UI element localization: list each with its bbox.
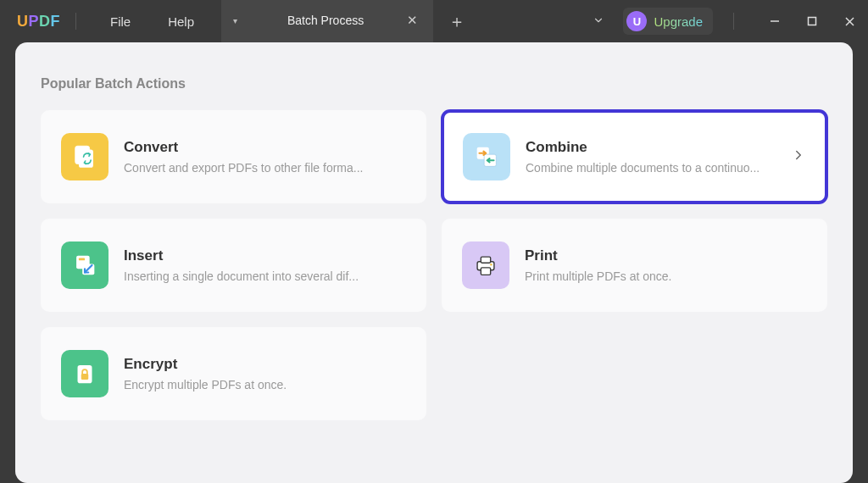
svg-rect-1 (809, 18, 816, 25)
combine-icon (463, 133, 510, 180)
divider (75, 13, 76, 30)
card-title: Combine (526, 139, 769, 156)
card-desc: Encrypt multiple PDFs at once. (124, 378, 406, 391)
content-area: Popular Batch Actions Convert Convert an… (15, 42, 853, 483)
window-controls (756, 4, 868, 38)
upgrade-label: Upgrade (654, 14, 703, 29)
card-encrypt[interactable]: Encrypt Encrypt multiple PDFs at once. (41, 327, 426, 420)
menu-help[interactable]: Help (149, 14, 213, 29)
divider (733, 13, 734, 30)
card-combine[interactable]: Combine Combine multiple documents to a … (442, 110, 827, 203)
card-title: Encrypt (124, 356, 406, 373)
encrypt-icon (61, 350, 108, 397)
tab-menu-icon[interactable]: ▾ (233, 16, 237, 25)
maximize-button[interactable] (793, 4, 831, 38)
tab-batch-process[interactable]: ▾ Batch Process ✕ (221, 0, 433, 42)
app-logo: UPDF (17, 13, 60, 31)
menu-file[interactable]: File (92, 14, 149, 29)
card-desc: Print multiple PDFs at once. (525, 269, 807, 283)
card-desc: Inserting a single document into several… (124, 269, 406, 283)
print-icon (462, 242, 509, 289)
svg-rect-5 (79, 150, 93, 168)
chevron-right-icon (791, 147, 806, 166)
tab-strip: ▾ Batch Process ✕ ＋ (221, 0, 481, 42)
tab-title: Batch Process (248, 14, 403, 27)
svg-rect-9 (79, 258, 85, 261)
card-convert[interactable]: Convert Convert and export PDFs to other… (41, 110, 426, 203)
svg-rect-16 (81, 374, 89, 380)
close-window-button[interactable] (831, 4, 868, 38)
section-title: Popular Batch Actions (41, 76, 827, 92)
minimize-button[interactable] (756, 4, 793, 38)
card-title: Print (525, 247, 807, 264)
card-desc: Convert and export PDFs to other file fo… (124, 161, 406, 175)
card-title: Insert (124, 247, 406, 264)
svg-rect-12 (481, 257, 490, 263)
svg-rect-13 (481, 268, 490, 275)
actions-grid: Convert Convert and export PDFs to other… (41, 110, 827, 420)
close-icon[interactable]: ✕ (403, 13, 421, 28)
upgrade-badge-icon: U (626, 11, 647, 31)
card-desc: Combine multiple documents to a continuo… (526, 161, 769, 175)
new-tab-button[interactable]: ＋ (433, 10, 481, 33)
svg-point-14 (490, 264, 492, 266)
card-title: Convert (124, 139, 406, 156)
dropdown-icon[interactable] (579, 14, 618, 29)
titlebar: UPDF File Help ▾ Batch Process ✕ ＋ U Upg… (0, 0, 868, 42)
insert-icon (61, 242, 108, 289)
upgrade-button[interactable]: U Upgrade (623, 8, 713, 35)
card-print[interactable]: Print Print multiple PDFs at once. (442, 219, 827, 312)
card-insert[interactable]: Insert Inserting a single document into … (41, 219, 426, 312)
convert-icon (61, 133, 108, 180)
